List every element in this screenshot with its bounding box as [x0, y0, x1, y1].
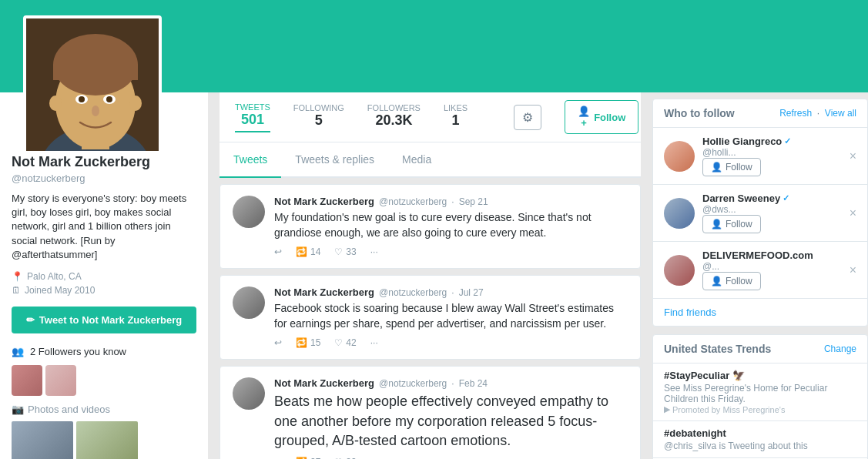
person-plus-icon-0: 👤 [711, 162, 722, 173]
trend-promoted-0: ▶ Promoted by Miss Peregrine's [664, 404, 856, 414]
wtf-close-1[interactable]: × [850, 206, 856, 220]
wtf-avatar-0[interactable] [664, 141, 695, 172]
person-plus-icon-1: 👤 [711, 219, 722, 230]
tweet-text-0: My foundation's new goal is to cure ever… [274, 210, 628, 240]
pencil-icon: ✏ [26, 314, 35, 326]
tab-media[interactable]: Media [388, 142, 445, 178]
find-friends-link[interactable]: Find friends [653, 299, 867, 326]
promoted-icon-0: ▶ [664, 404, 670, 414]
photos-videos-section: 📷 Photos and videos [12, 404, 196, 459]
trend-item-1: #debatenight @chris_silva is Tweeting ab… [653, 421, 867, 458]
tweet-actions-0: ↩ 🔁 14 ♡ 33 ··· [274, 246, 628, 257]
trend-hashtag-1[interactable]: #debatenight [664, 427, 856, 439]
svg-point-8 [79, 96, 85, 102]
wtf-avatar-2[interactable] [664, 255, 695, 286]
photos-videos-label: 📷 Photos and videos [12, 404, 196, 415]
gear-button[interactable]: ⚙ [514, 105, 541, 130]
verified-badge-0: ✓ [784, 136, 791, 146]
like-action-0[interactable]: ♡ 33 [334, 246, 356, 257]
reply-action-0[interactable]: ↩ [274, 246, 282, 257]
tweet-avatar-1[interactable] [233, 286, 265, 319]
svg-point-10 [92, 106, 99, 116]
center-content: TWEETS 501 FOLLOWING 5 FOLLOWERS 20.3K L… [208, 92, 652, 459]
camera-icon: 📷 [12, 404, 24, 415]
tweet-avatar-2[interactable] [233, 377, 265, 410]
right-sidebar: Who to follow Refresh · View all Hollie … [652, 92, 868, 459]
follower-avatar-2[interactable] [45, 365, 76, 396]
wtf-follow-btn-1[interactable]: 👤 Follow [702, 215, 761, 233]
profile-handle: @notzuckerberg [12, 173, 196, 184]
photo-thumbnails [12, 421, 196, 459]
retweet-action-0[interactable]: 🔁 14 [296, 246, 320, 257]
tweets-stat[interactable]: TWEETS 501 [235, 102, 270, 132]
wtf-info-1: Darren Sweeney ✓ @dws... 👤 Follow [702, 193, 839, 233]
reply-action-1[interactable]: ↩ [274, 337, 282, 348]
svg-point-12 [129, 95, 142, 111]
tweet-body-1: Not Mark Zuckerberg @notzuckerberg · Jul… [274, 286, 628, 348]
tweet-card-0: Not Mark Zuckerberg @notzuckerberg · Sep… [220, 184, 641, 269]
profile-joined: 🗓 Joined May 2010 [12, 285, 196, 296]
profile-bio: My story is everyone's story: boy meets … [12, 192, 196, 262]
trend-item-0: #StayPeculiar 🦅 See Miss Peregrine's Hom… [653, 364, 867, 421]
more-action-0[interactable]: ··· [370, 246, 378, 257]
like-action-1[interactable]: ♡ 42 [334, 337, 356, 348]
tweets-tabs: Tweets Tweets & replies Media [220, 142, 641, 178]
view-all-link[interactable]: View all [825, 108, 856, 119]
tweet-avatar-0[interactable] [233, 196, 265, 228]
followers-stat[interactable]: FOLLOWERS 20.3K [367, 103, 421, 132]
wtf-follow-btn-0[interactable]: 👤 Follow [702, 158, 761, 176]
wtf-follow-btn-2[interactable]: 👤 Follow [702, 272, 761, 290]
tweet-text-1: Facebook stock is soaring because I blew… [274, 301, 628, 331]
wtf-close-0[interactable]: × [850, 149, 856, 163]
follow-main-button[interactable]: 👤+ Follow [565, 100, 638, 134]
tweet-header-2: Not Mark Zuckerberg @notzuckerberg · Feb… [274, 377, 628, 389]
tweet-card-2: Not Mark Zuckerberg @notzuckerberg · Feb… [220, 366, 641, 459]
follower-avatars [12, 365, 196, 396]
who-to-follow-box: Who to follow Refresh · View all Hollie … [652, 99, 868, 327]
wtf-item-2: DELIVERMEFOOD.com @... 👤 Follow × [653, 242, 867, 299]
tab-tweets-replies[interactable]: Tweets & replies [281, 142, 388, 178]
stats-bar: TWEETS 501 FOLLOWING 5 FOLLOWERS 20.3K L… [220, 92, 641, 142]
tweet-card-1: Not Mark Zuckerberg @notzuckerberg · Jul… [220, 275, 641, 360]
svg-rect-5 [53, 65, 138, 80]
photo-thumb-2[interactable] [76, 421, 138, 459]
profile-location: 📍 Palo Alto, CA [12, 271, 196, 282]
calendar-icon: 🗓 [12, 285, 21, 296]
trends-header: United States Trends Change [653, 335, 867, 364]
svg-point-9 [106, 96, 112, 102]
tweet-header-1: Not Mark Zuckerberg @notzuckerberg · Jul… [274, 286, 628, 298]
photo-thumb-1[interactable] [12, 421, 73, 459]
tweet-body-2: Not Mark Zuckerberg @notzuckerberg · Feb… [274, 377, 628, 459]
likes-stat[interactable]: LIKES 1 [444, 103, 468, 132]
profile-name: Not Mark Zuckerberg [12, 154, 196, 170]
location-icon: 📍 [12, 271, 23, 282]
verified-badge-1: ✓ [783, 193, 789, 203]
trend-sub-0: See Miss Peregrine's Home for Peculiar C… [664, 383, 856, 404]
tweet-body-0: Not Mark Zuckerberg @notzuckerberg · Sep… [274, 196, 628, 257]
wtf-close-2[interactable]: × [850, 263, 856, 277]
trends-box: United States Trends Change #StayPeculia… [652, 334, 868, 459]
follower-avatar-1[interactable] [12, 365, 42, 396]
wtf-item-1: Darren Sweeney ✓ @dws... 👤 Follow × [653, 185, 867, 242]
avatar-image [26, 18, 159, 151]
following-stat[interactable]: FOLLOWING 5 [293, 103, 344, 132]
wtf-avatar-1[interactable] [664, 198, 695, 229]
retweet-action-1[interactable]: 🔁 15 [296, 337, 320, 348]
wtf-info-0: Hollie Giangreco ✓ @holli... 👤 Follow [702, 136, 839, 176]
tweet-actions-1: ↩ 🔁 15 ♡ 42 ··· [274, 337, 628, 348]
person-plus-icon-2: 👤 [711, 276, 722, 286]
trend-hashtag-0[interactable]: #StayPeculiar 🦅 [664, 370, 856, 381]
wtf-info-2: DELIVERMEFOOD.com @... 👤 Follow [702, 250, 839, 290]
svg-point-11 [49, 95, 62, 111]
tweet-text-2: Beats me how people effectively conveyed… [274, 392, 628, 451]
followers-know-section: 👥 2 Followers you know [12, 346, 196, 357]
refresh-link[interactable]: Refresh [779, 108, 812, 119]
wtf-header: Who to follow Refresh · View all [653, 99, 867, 128]
trend-sub-1: @chris_silva is Tweeting about this [664, 441, 856, 451]
tweet-to-button[interactable]: ✏ Tweet to Not Mark Zuckerberg [12, 307, 196, 333]
profile-avatar [23, 15, 162, 154]
more-action-1[interactable]: ··· [370, 337, 378, 348]
trends-change-link[interactable]: Change [824, 343, 856, 354]
wtf-item-0: Hollie Giangreco ✓ @holli... 👤 Follow × [653, 128, 867, 185]
tab-tweets[interactable]: Tweets [220, 142, 281, 178]
